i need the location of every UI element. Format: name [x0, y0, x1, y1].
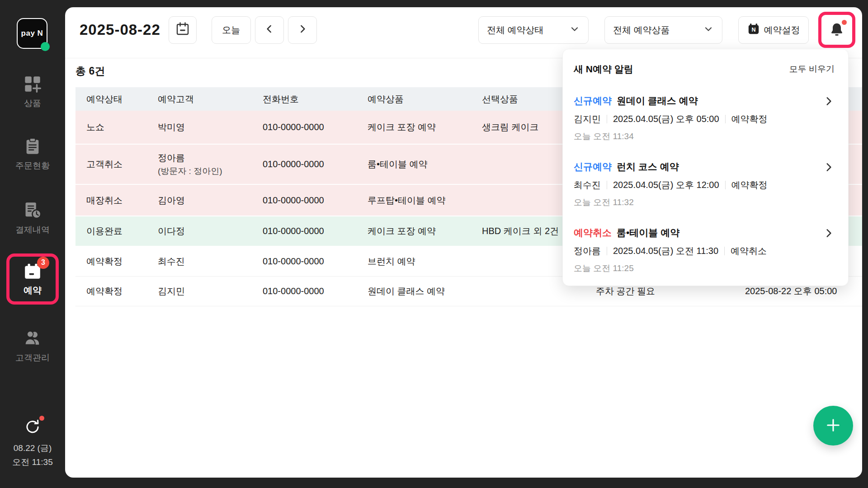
- header-product: 예약상품: [368, 93, 482, 106]
- status-time: 오전 11:35: [12, 455, 52, 469]
- separator: [607, 247, 607, 255]
- chevron-right-icon: [823, 95, 835, 109]
- notification-datetime: 2025.04.05(금) 오후 12:00: [613, 179, 719, 191]
- sidebar: pay N 상품 주문현황: [0, 0, 65, 488]
- cell-customer: 정아름 (방문자 : 정아인): [158, 151, 263, 178]
- notification-bell-wrap: [824, 17, 850, 43]
- separator: [725, 181, 726, 189]
- notification-badge: 신규예약: [574, 94, 612, 107]
- chevron-right-icon: [823, 227, 835, 241]
- sidebar-item-label: 예약: [24, 284, 42, 296]
- customer-visitor-note: (방문자 : 정아인): [158, 164, 263, 178]
- sidebar-item-label: 결제내역: [15, 224, 50, 236]
- cell-phone: 010-0000-0000: [263, 225, 368, 238]
- calendar-icon: [175, 21, 190, 39]
- sidebar-item-orders[interactable]: 주문현황: [0, 137, 65, 172]
- cell-product: 루프탑•테이블 예약: [368, 194, 482, 207]
- sidebar-item-label: 주문현황: [15, 160, 50, 172]
- chevron-down-icon: [703, 23, 714, 37]
- cell-product: 브런치 예약: [368, 255, 482, 268]
- header-phone: 전화번호: [263, 93, 368, 106]
- reservation-product-filter-value: 전체 예약상품: [613, 24, 670, 36]
- header-customer: 예약고객: [158, 93, 263, 106]
- sidebar-item-payments[interactable]: 결제내역: [0, 201, 65, 236]
- separator: [607, 115, 607, 123]
- notification-customer: 최수진: [574, 179, 601, 191]
- notification-badge: 예약취소: [574, 226, 612, 239]
- notification-badge: 신규예약: [574, 160, 612, 173]
- svg-text:N: N: [751, 27, 755, 33]
- chevron-left-icon: [264, 23, 275, 37]
- cell-customer: 최수진: [158, 255, 263, 268]
- prev-day-button[interactable]: [255, 16, 284, 44]
- cell-status: 매장취소: [86, 194, 158, 207]
- today-button[interactable]: 오늘: [212, 16, 251, 44]
- reservation-settings-button[interactable]: N 예약설정: [738, 16, 809, 44]
- notification-status: 예약확정: [731, 113, 768, 125]
- notification-customer: 정아름: [574, 245, 601, 257]
- cell-customer: 김지민: [158, 285, 263, 298]
- payments-icon: [23, 201, 42, 220]
- reservation-product-filter[interactable]: 전체 예약상품: [604, 16, 722, 44]
- reservation-status-filter-value: 전체 예약상태: [487, 24, 544, 36]
- products-icon: [23, 75, 42, 94]
- notification-bell-button[interactable]: [824, 17, 850, 43]
- cell-customer: 박미영: [158, 121, 263, 134]
- cell-product: 룸•테이블 예약: [368, 158, 482, 171]
- notification-item[interactable]: 신규예약 원데이 클래스 예약 김지민 2025.04.05(금) 오후 05:…: [574, 94, 835, 142]
- notification-title: 런치 코스 예약: [617, 160, 679, 173]
- reservation-settings-label: 예약설정: [764, 24, 800, 36]
- cell-phone: 010-0000-0000: [263, 158, 368, 171]
- chevron-right-icon: [823, 161, 835, 175]
- cell-phone: 010-0000-0000: [263, 194, 368, 207]
- main-panel: 2025-08-22 오늘 전체 예약상태: [65, 7, 862, 478]
- sidebar-item-reservations[interactable]: 3 예약: [6, 253, 59, 305]
- sidebar-item-products[interactable]: 상품: [0, 75, 65, 109]
- sidebar-item-label: 고객관리: [15, 352, 50, 364]
- bell-alert-dot: [842, 20, 847, 25]
- cell-status: 노쇼: [86, 121, 158, 134]
- sidebar-item-customers[interactable]: 고객관리: [0, 329, 65, 364]
- notification-status: 예약취소: [731, 245, 767, 257]
- separator: [724, 247, 725, 255]
- notification-item[interactable]: 예약취소 룸•테이블 예약 정아름 2025.04.05(금) 오전 11:30…: [574, 226, 835, 274]
- notification-status: 예약확정: [731, 179, 768, 191]
- customers-icon: [23, 329, 42, 348]
- sidebar-status: 08.22 (금) 오전 11:35: [12, 441, 52, 469]
- clear-all-button[interactable]: 모두 비우기: [789, 63, 835, 75]
- cell-product: 케이크 포장 예약: [368, 225, 482, 238]
- cell-phone: 010-0000-0000: [263, 285, 368, 298]
- date-picker-button[interactable]: [169, 16, 197, 44]
- next-day-button[interactable]: [288, 16, 317, 44]
- separator: [725, 115, 726, 123]
- notification-datetime: 2025.04.05(금) 오후 05:00: [613, 113, 719, 125]
- cell-status: 이용완료: [86, 225, 158, 238]
- cell-request: 주차 공간 필요: [596, 285, 745, 298]
- refresh-alert-dot: [39, 416, 44, 421]
- naver-booking-icon: N: [747, 23, 760, 38]
- notification-popup-title: 새 N예약 알림: [574, 63, 633, 75]
- refresh-icon[interactable]: [23, 417, 42, 436]
- reservation-status-filter[interactable]: 전체 예약상태: [478, 16, 589, 44]
- separator: [607, 181, 607, 189]
- sidebar-item-label: 상품: [24, 98, 41, 109]
- notification-popup-header: 새 N예약 알림 모두 비우기: [574, 63, 835, 75]
- notification-popup: 새 N예약 알림 모두 비우기 신규예약 원데이 클래스 예약 김지민 2025…: [562, 49, 849, 286]
- app-logo[interactable]: pay N: [17, 18, 47, 49]
- customer-name: 정아름: [158, 151, 263, 164]
- notification-title: 룸•테이블 예약: [617, 226, 679, 239]
- selected-date: 2025-08-22: [80, 21, 160, 38]
- notification-time: 오늘 오전 11:32: [574, 197, 835, 208]
- cell-customer: 김아영: [158, 194, 263, 207]
- cell-status: 예약확정: [86, 285, 158, 298]
- sidebar-bottom: 08.22 (금) 오전 11:35: [0, 417, 65, 469]
- plus-icon: [824, 416, 842, 436]
- chevron-right-icon: [297, 23, 308, 37]
- notification-time: 오늘 오전 11:25: [574, 263, 835, 274]
- add-reservation-button[interactable]: [813, 406, 853, 446]
- topbar-right: 전체 예약상태 전체 예약상품 N: [478, 16, 855, 44]
- notification-title: 원데이 클래스 예약: [617, 94, 698, 107]
- notification-datetime: 2025.04.05(금) 오전 11:30: [613, 245, 718, 257]
- notification-item[interactable]: 신규예약 런치 코스 예약 최수진 2025.04.05(금) 오후 12:00…: [574, 160, 835, 208]
- cell-datetime: 2025-08-22 오후 05:00: [745, 285, 862, 298]
